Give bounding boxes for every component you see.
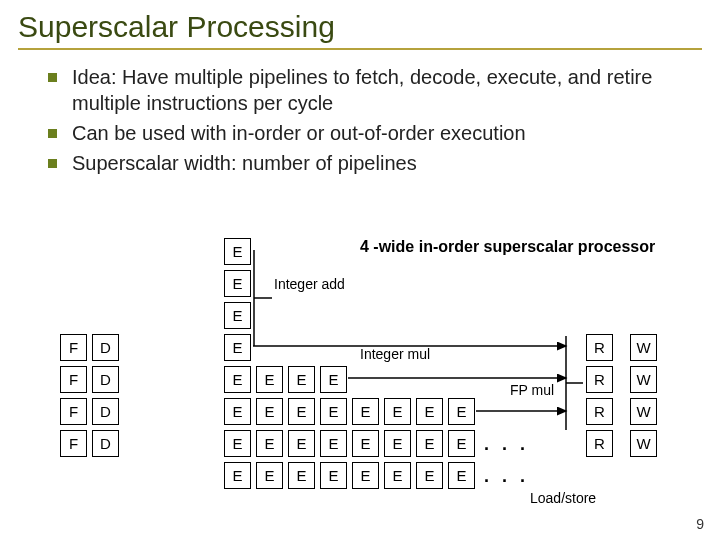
stage-e: E xyxy=(384,430,411,457)
stage-f: F xyxy=(60,430,87,457)
label-fp-mul: FP mul xyxy=(510,382,554,398)
stage-d: D xyxy=(92,398,119,425)
bullet-item: Superscalar width: number of pipelines xyxy=(48,150,702,176)
stage-r: R xyxy=(586,430,613,457)
stage-w: W xyxy=(630,334,657,361)
bullet-item: Idea: Have multiple pipelines to fetch, … xyxy=(48,64,702,116)
ellipsis: . . . xyxy=(484,434,529,455)
stage-e: E xyxy=(320,462,347,489)
bullet-item: Can be used with in-order or out-of-orde… xyxy=(48,120,702,146)
stage-e: E xyxy=(448,398,475,425)
stage-e: E xyxy=(320,430,347,457)
stage-d: D xyxy=(92,334,119,361)
stage-w: W xyxy=(630,398,657,425)
title-underline xyxy=(18,48,702,50)
stage-e: E xyxy=(288,462,315,489)
stage-e: E xyxy=(352,430,379,457)
stage-e: E xyxy=(288,398,315,425)
stage-e: E xyxy=(320,366,347,393)
stage-f: F xyxy=(60,334,87,361)
bullet-icon xyxy=(48,129,57,138)
bullet-icon xyxy=(48,159,57,168)
stage-e: E xyxy=(224,302,251,329)
stage-d: D xyxy=(92,430,119,457)
stage-e: E xyxy=(224,398,251,425)
stage-e: E xyxy=(224,334,251,361)
stage-e: E xyxy=(448,462,475,489)
stage-e: E xyxy=(256,366,283,393)
stage-r: R xyxy=(586,334,613,361)
bullet-icon xyxy=(48,73,57,82)
stage-e: E xyxy=(384,398,411,425)
stage-e: E xyxy=(384,462,411,489)
label-integer-add: Integer add xyxy=(274,276,345,292)
stage-e: E xyxy=(256,462,283,489)
stage-e: E xyxy=(256,398,283,425)
stage-e: E xyxy=(320,398,347,425)
stage-f: F xyxy=(60,366,87,393)
stage-e: E xyxy=(352,462,379,489)
stage-e: E xyxy=(416,398,443,425)
stage-r: R xyxy=(586,366,613,393)
bullet-text: Can be used with in-order or out-of-orde… xyxy=(72,122,526,144)
stage-e: E xyxy=(416,462,443,489)
stage-f: F xyxy=(60,398,87,425)
stage-w: W xyxy=(630,430,657,457)
stage-e: E xyxy=(224,366,251,393)
label-integer-mul: Integer mul xyxy=(360,346,430,362)
stage-e: E xyxy=(416,430,443,457)
stage-e: E xyxy=(256,430,283,457)
page-number: 9 xyxy=(696,516,704,532)
bullet-text: Idea: Have multiple pipelines to fetch, … xyxy=(72,66,652,114)
stage-w: W xyxy=(630,366,657,393)
stage-e: E xyxy=(224,238,251,265)
label-load-store: Load/store xyxy=(530,490,596,506)
slide-title: Superscalar Processing xyxy=(18,10,702,44)
stage-e: E xyxy=(224,462,251,489)
bullet-list: Idea: Have multiple pipelines to fetch, … xyxy=(18,64,702,176)
stage-r: R xyxy=(586,398,613,425)
ellipsis: . . . xyxy=(484,466,529,487)
stage-d: D xyxy=(92,366,119,393)
stage-e: E xyxy=(288,430,315,457)
stage-e: E xyxy=(352,398,379,425)
stage-e: E xyxy=(224,270,251,297)
stage-e: E xyxy=(224,430,251,457)
stage-e: E xyxy=(288,366,315,393)
bullet-text: Superscalar width: number of pipelines xyxy=(72,152,417,174)
processor-caption: 4 -wide in-order superscalar processor xyxy=(360,238,655,256)
stage-e: E xyxy=(448,430,475,457)
pipeline-diagram: 4 -wide in-order superscalar processor E… xyxy=(60,238,700,518)
